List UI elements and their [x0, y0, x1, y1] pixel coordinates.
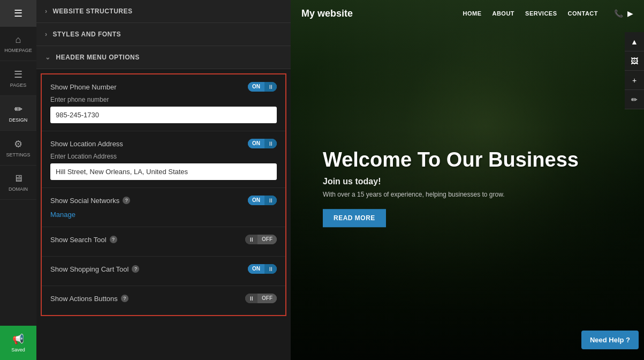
show-social-title: Show Social Networks ? [50, 197, 130, 205]
preview-nav: HOME ABOUT SERVICES CONTACT 📞 ▶ [463, 9, 633, 18]
need-help-button[interactable]: Need Help ? [581, 331, 639, 349]
toggle-off-label: OFF [257, 235, 277, 244]
sidebar: ☰ ⌂ HOMEPAGE ☰ PAGES ✏ DESIGN ⚙ SETTINGS… [0, 0, 36, 360]
sidebar-item-pages[interactable]: ☰ PAGES [0, 61, 36, 96]
phone-nav-icon[interactable]: 📞 [614, 9, 623, 18]
hero-content: Welcome To Our Business Join us today! W… [323, 148, 579, 227]
saved-button[interactable]: 📢 Saved [0, 326, 36, 360]
chevron-down-icon: ⌄ [45, 54, 51, 61]
toolbar-edit-btn[interactable]: ✏ [625, 90, 644, 109]
toggle-on-label-2: ON [248, 139, 264, 148]
show-location-option: Show Location Address ON ⏸ Enter Locatio… [42, 131, 285, 188]
location-input-label: Enter Location Address [50, 153, 277, 160]
nav-services[interactable]: SERVICES [525, 10, 557, 17]
right-toolbar: ▲ 🖼 + ✏ [625, 32, 644, 109]
show-search-header: Show Search Tool ? ⏸ OFF [50, 235, 277, 244]
sidebar-item-domain[interactable]: 🖥 DOMAIN [0, 166, 36, 200]
toggle-off-label-2: OFF [257, 294, 277, 303]
hamburger-icon: ☰ [14, 8, 22, 19]
toolbar-up-btn[interactable]: ▲ [625, 32, 644, 51]
show-cart-toggle[interactable]: ON ⏸ [248, 264, 277, 274]
design-icon: ✏ [14, 103, 22, 115]
domain-icon: 🖥 [13, 173, 23, 184]
toolbar-image-btn[interactable]: 🖼 [625, 51, 644, 71]
phone-input-label: Enter phone number [50, 96, 277, 103]
sidebar-label-domain: DOMAIN [9, 186, 28, 192]
social-help-icon[interactable]: ? [123, 197, 130, 204]
location-nav-icon[interactable]: ▶ [627, 9, 633, 18]
preview-header: My website HOME ABOUT SERVICES CONTACT 📞… [291, 0, 644, 27]
toggle-handle-icon-5: ⏸ [264, 264, 277, 274]
sidebar-item-settings[interactable]: ⚙ SETTINGS [0, 131, 36, 166]
show-location-toggle[interactable]: ON ⏸ [248, 139, 277, 148]
actions-help-icon[interactable]: ? [121, 295, 128, 302]
phone-input[interactable] [50, 107, 277, 123]
hero-title: Welcome To Our Business [323, 148, 579, 171]
sidebar-label-design: DESIGN [9, 117, 28, 123]
show-actions-title: Show Actions Buttons ? [50, 295, 128, 303]
hero-description: With over a 15 years of experience, help… [323, 191, 579, 198]
show-social-toggle[interactable]: ON ⏸ [248, 196, 277, 205]
show-search-option: Show Search Tool ? ⏸ OFF [42, 227, 285, 257]
toggle-handle-icon: ⏸ [264, 82, 277, 92]
toggle-handle-icon-2: ⏸ [264, 139, 277, 148]
styles-fonts-label: STYLES AND FONTS [53, 31, 122, 38]
nav-about[interactable]: ABOUT [492, 10, 514, 17]
hero-cta-button[interactable]: READ MORE [323, 209, 386, 227]
saved-icon: 📢 [12, 333, 24, 345]
show-phone-toggle[interactable]: ON ⏸ [248, 82, 277, 92]
preview-area: My website HOME ABOUT SERVICES CONTACT 📞… [291, 0, 644, 360]
show-cart-option: Show Shopping Cart Tool ? ON ⏸ [42, 257, 285, 286]
location-input[interactable] [50, 163, 277, 180]
chevron-right-icon: › [45, 8, 48, 15]
sidebar-label-settings: SETTINGS [6, 152, 30, 158]
nav-icons: 📞 ▶ [614, 9, 633, 18]
sidebar-label-homepage: HOMEPAGE [4, 48, 32, 53]
website-structures-label: WEBSITE STRUCTURES [53, 8, 133, 15]
chevron-right-icon-2: › [45, 31, 48, 38]
toggle-on-label-4: ON [248, 264, 264, 274]
show-actions-toggle[interactable]: ⏸ OFF [245, 294, 277, 303]
show-cart-title: Show Shopping Cart Tool ? [50, 265, 139, 273]
header-menu-header[interactable]: ⌄ HEADER MENU OPTIONS [36, 46, 291, 69]
sidebar-item-design[interactable]: ✏ DESIGN [0, 96, 36, 131]
toggle-on-label: ON [248, 82, 264, 92]
toolbar-plus-btn[interactable]: + [625, 71, 644, 90]
hero-subtitle: Join us today! [323, 177, 579, 186]
header-menu-label: HEADER MENU OPTIONS [56, 54, 140, 61]
toggle-handle-icon-3: ⏸ [264, 196, 277, 205]
saved-label: Saved [11, 347, 25, 352]
pages-icon: ☰ [14, 69, 22, 80]
show-location-title: Show Location Address [50, 140, 123, 148]
search-help-icon[interactable]: ? [110, 236, 117, 243]
sidebar-item-homepage[interactable]: ⌂ HOMEPAGE [0, 27, 36, 61]
nav-home[interactable]: HOME [463, 10, 481, 17]
styles-fonts-header[interactable]: › STYLES AND FONTS [36, 23, 291, 46]
show-actions-option: Show Actions Buttons ? ⏸ OFF [42, 286, 285, 315]
toggle-on-label-3: ON [248, 196, 264, 205]
show-cart-header: Show Shopping Cart Tool ? ON ⏸ [50, 264, 277, 274]
toggle-handle-icon-6: ⏸ [245, 294, 257, 303]
show-social-header: Show Social Networks ? ON ⏸ [50, 196, 277, 205]
home-icon: ⌂ [16, 34, 21, 46]
show-phone-option: Show Phone Number ON ⏸ Enter phone numbe… [42, 74, 285, 131]
menu-button[interactable]: ☰ [0, 0, 36, 27]
show-location-header: Show Location Address ON ⏸ [50, 139, 277, 148]
show-search-title: Show Search Tool ? [50, 236, 117, 244]
nav-contact[interactable]: CONTACT [568, 10, 598, 17]
header-menu-options: Show Phone Number ON ⏸ Enter phone numbe… [41, 73, 286, 316]
manage-link[interactable]: Manage [50, 211, 75, 219]
settings-panel: › WEBSITE STRUCTURES › STYLES AND FONTS … [36, 0, 291, 360]
preview-logo: My website [301, 8, 353, 19]
show-phone-header: Show Phone Number ON ⏸ [50, 82, 277, 92]
show-phone-title: Show Phone Number [50, 83, 117, 91]
show-actions-header: Show Actions Buttons ? ⏸ OFF [50, 294, 277, 303]
website-structures-header[interactable]: › WEBSITE STRUCTURES [36, 0, 291, 23]
cart-help-icon[interactable]: ? [132, 265, 139, 273]
toggle-handle-icon-4: ⏸ [245, 235, 257, 244]
sidebar-label-pages: PAGES [10, 82, 26, 88]
settings-icon: ⚙ [14, 138, 22, 150]
show-social-option: Show Social Networks ? ON ⏸ Manage [42, 188, 285, 227]
show-search-toggle[interactable]: ⏸ OFF [245, 235, 277, 244]
